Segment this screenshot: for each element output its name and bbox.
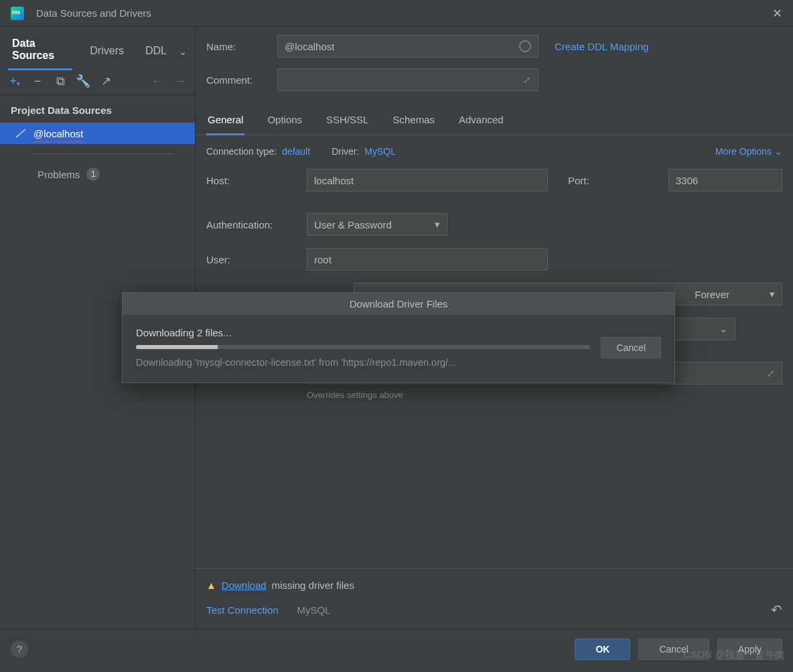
cancel-button[interactable]: Cancel <box>638 639 709 660</box>
chevron-down-icon: ⌄ <box>719 323 728 335</box>
window-title: Data Sources and Drivers <box>36 7 772 19</box>
driver-name: MySQL <box>297 604 331 616</box>
datasource-name: @localhost <box>33 128 83 139</box>
expand-icon[interactable]: ⤢ <box>767 368 775 379</box>
chevron-down-icon[interactable]: ⌄ <box>179 46 187 57</box>
chevron-down-icon: ⌄ <box>774 146 782 157</box>
revert-icon[interactable]: ↶ <box>771 602 782 618</box>
color-indicator-icon[interactable] <box>519 40 531 52</box>
ok-button[interactable]: OK <box>575 639 630 660</box>
driver-link[interactable]: MySQL <box>364 146 396 157</box>
expand-icon[interactable]: ⤢ <box>523 74 531 85</box>
auth-select[interactable]: User & Password ▾ <box>307 213 447 236</box>
export-icon[interactable]: ↗ <box>99 74 113 88</box>
sidebar-tabs: Data Sources Drivers DDL ⌄ <box>0 27 195 70</box>
footer: ? OK Cancel Apply <box>0 628 793 669</box>
tab-advanced[interactable]: Advanced <box>457 110 505 135</box>
close-icon[interactable]: ✕ <box>772 8 782 19</box>
tab-general[interactable]: General <box>206 110 244 135</box>
test-row: Test Connection MySQL ↶ <box>196 602 793 628</box>
tab-schemas[interactable]: Schemas <box>391 110 436 135</box>
problems-label: Problems <box>38 169 80 180</box>
tab-options[interactable]: Options <box>266 110 303 135</box>
modal-title: Download Driver Files <box>123 293 674 315</box>
warning-text: missing driver files <box>272 580 354 591</box>
sidebar-toolbar: +▾ − ⧉ 🔧 ↗ ← → <box>0 70 195 95</box>
tab-drivers[interactable]: Drivers <box>86 40 128 64</box>
port-input[interactable]: 3306 <box>668 169 782 192</box>
name-label: Name: <box>206 41 271 52</box>
tab-ssh-ssl[interactable]: SSH/SSL <box>325 110 370 135</box>
download-detail: Downloading 'mysql-connector-license.txt… <box>136 357 590 368</box>
create-ddl-link[interactable]: Create DDL Mapping <box>555 41 648 52</box>
forward-icon[interactable]: → <box>173 74 187 88</box>
remove-icon[interactable]: − <box>31 74 44 88</box>
comment-label: Comment: <box>206 74 271 86</box>
warning-icon: ▲ <box>206 580 216 591</box>
titlebar: Data Sources and Drivers ✕ <box>0 0 793 27</box>
tab-ddl[interactable]: DDL <box>141 40 171 64</box>
help-icon[interactable]: ? <box>11 641 28 658</box>
modal-cancel-button[interactable]: Cancel <box>601 337 661 358</box>
name-value: @localhost <box>285 41 334 52</box>
wrench-icon[interactable]: 🔧 <box>76 74 90 88</box>
database-icon <box>15 127 27 139</box>
progress-bar <box>136 345 590 349</box>
problems-row[interactable]: Problems 1 <box>0 161 195 188</box>
url-hint: Overrides settings above <box>307 390 782 400</box>
conn-type-link[interactable]: default <box>282 146 310 157</box>
download-link[interactable]: Download <box>222 580 267 591</box>
auth-label: Authentication: <box>206 219 300 230</box>
add-icon[interactable]: +▾ <box>8 74 21 88</box>
more-options-link[interactable]: More Options ⌄ <box>715 146 782 157</box>
datasource-item[interactable]: @localhost <box>0 123 195 144</box>
download-status: Downloading 2 files... <box>136 327 590 338</box>
comment-input[interactable]: ⤢ <box>277 68 538 91</box>
download-modal: Download Driver Files Downloading 2 file… <box>122 292 675 383</box>
section-title: Project Data Sources <box>0 95 195 123</box>
port-label: Port: <box>568 175 662 186</box>
name-input[interactable]: @localhost <box>277 35 538 58</box>
copy-icon[interactable]: ⧉ <box>54 74 67 88</box>
app-icon <box>11 7 24 20</box>
test-connection-link[interactable]: Test Connection <box>206 604 279 616</box>
problems-count: 1 <box>86 167 100 181</box>
chevron-down-icon: ▾ <box>770 288 775 300</box>
tab-data-sources[interactable]: Data Sources <box>8 32 72 70</box>
apply-button[interactable]: Apply <box>717 639 782 660</box>
host-input[interactable]: localhost <box>307 169 548 192</box>
back-icon[interactable]: ← <box>151 74 164 88</box>
user-input[interactable]: root <box>307 248 548 271</box>
divider <box>31 153 175 154</box>
content-tabs: General Options SSH/SSL Schemas Advanced <box>196 102 793 135</box>
conn-type-label: Connection type: <box>206 146 277 157</box>
user-label: User: <box>206 254 300 265</box>
host-label: Host: <box>206 175 300 186</box>
warning-bar: ▲ Download missing driver files <box>196 568 793 602</box>
driver-label: Driver: <box>332 146 359 157</box>
chevron-down-icon: ▾ <box>435 218 440 230</box>
